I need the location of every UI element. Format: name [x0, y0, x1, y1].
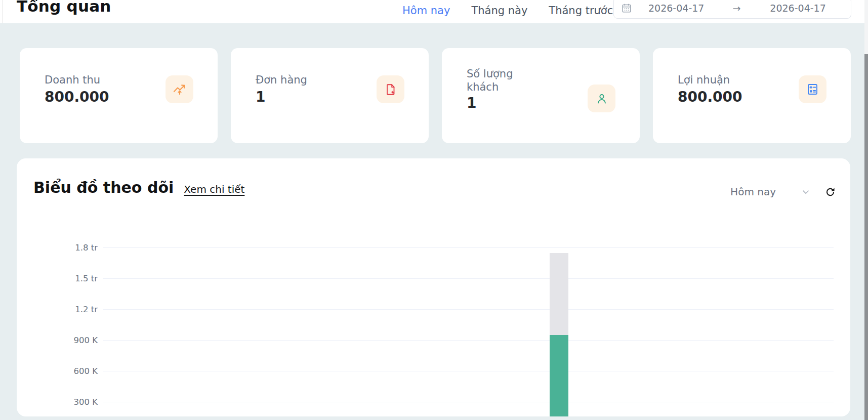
refresh-icon[interactable]: [824, 186, 836, 198]
grid-row: 600 K: [17, 366, 834, 376]
gridline: [103, 278, 834, 279]
trending-up-icon: [166, 75, 193, 103]
stat-card-customers: Số lượng khách 1: [442, 48, 640, 143]
chart-filter-select[interactable]: Hôm nay: [730, 186, 776, 198]
y-axis-tick: 900 K: [17, 335, 98, 345]
file-star-icon: [377, 75, 404, 103]
stat-label: Đơn hàng: [256, 73, 307, 87]
chart-controls: Hôm nay: [730, 186, 836, 198]
chevron-down-icon[interactable]: [800, 186, 811, 197]
period-tabs: Hôm nay Tháng này Tháng trước: [402, 0, 613, 21]
tab-thang-truoc[interactable]: Tháng trước: [549, 5, 613, 17]
y-axis-tick: 300 K: [17, 397, 98, 407]
gridline: [103, 340, 834, 341]
stat-card-profit: Lợi nhuận 800.000: [653, 48, 851, 143]
gridline: [103, 371, 834, 371]
stat-card-revenue: Doanh thu 800.000: [20, 48, 218, 143]
calendar-icon: [621, 3, 632, 14]
grid-row: 300 K: [17, 397, 834, 407]
grid-row: 1.5 tr: [17, 273, 834, 283]
chart-card: Biểu đồ theo dõi Xem chi tiết Hôm nay 1.…: [17, 158, 850, 416]
calculator-icon: [799, 75, 826, 103]
stat-value: 1: [467, 95, 522, 111]
header-left-divider: [2, 0, 3, 23]
y-axis-tick: 1.5 tr: [17, 274, 98, 283]
date-start[interactable]: 2026-04-17: [648, 3, 704, 14]
date-end[interactable]: 2026-04-17: [770, 3, 825, 14]
bar-segment-green: [550, 335, 568, 416]
bar-segment-gray: [550, 253, 568, 335]
stat-value: 1: [256, 89, 307, 105]
scrollbar-thumb[interactable]: [864, 54, 868, 420]
gridline: [103, 247, 834, 248]
person-icon: [588, 85, 615, 112]
gridline: [103, 309, 834, 310]
tab-hom-nay[interactable]: Hôm nay: [402, 5, 450, 17]
grid-row: 900 K: [17, 335, 834, 345]
y-axis-tick: 1.2 tr: [17, 305, 98, 314]
view-detail-link[interactable]: Xem chi tiết: [184, 183, 244, 195]
page-title: Tổng quan: [17, 0, 111, 15]
stat-card-orders: Đơn hàng 1: [231, 48, 429, 143]
chart-title: Biểu đồ theo dõi: [33, 179, 174, 196]
dashboard-page: Tổng quan Hôm nay Tháng này Tháng trước …: [0, 0, 868, 420]
stat-value: 800.000: [45, 89, 109, 105]
date-range-picker[interactable]: 2026-04-17 → 2026-04-17: [613, 0, 851, 19]
stat-value: 800.000: [678, 89, 742, 105]
tab-thang-nay[interactable]: Tháng này: [471, 5, 527, 17]
grid-row: 1.8 tr: [17, 242, 834, 253]
grid-row: 1.2 tr: [17, 304, 834, 314]
stat-label: Lợi nhuận: [678, 73, 742, 87]
date-range-arrow: →: [732, 3, 740, 14]
y-axis-tick: 600 K: [17, 366, 98, 376]
header: Tổng quan Hôm nay Tháng này Tháng trước …: [0, 0, 868, 23]
stat-label: Số lượng khách: [467, 67, 522, 94]
stat-label: Doanh thu: [45, 73, 109, 87]
y-axis-tick: 1.8 tr: [17, 243, 98, 253]
gridline: [103, 402, 834, 402]
